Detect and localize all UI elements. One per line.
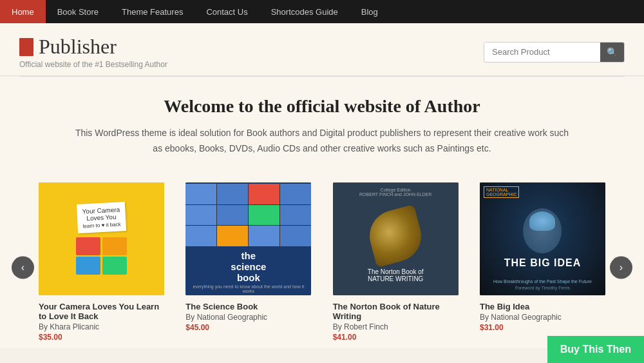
search-box: 🔍 — [484, 42, 625, 63]
book-item: NATIONALGEOGRAPHIC THE BIG IDEA How Brea… — [480, 182, 605, 332]
book-info-2: The Science Book By National Geographic … — [185, 302, 311, 332]
cover-4-author: Foreword by Timothy Ferris — [482, 286, 603, 290]
book-price-2: $45.00 — [185, 323, 311, 332]
welcome-section: Welcome to the official website of Autho… — [0, 77, 644, 170]
book-cover-1[interactable]: Your CameraLoves Youlearn to ♥ it back — [39, 182, 164, 295]
cover-2-subtitle: everything you need to know about the wo… — [185, 284, 311, 293]
book-info-3: The Norton Book of Nature Writing By Rob… — [333, 302, 459, 342]
nav-item-blog[interactable]: Blog — [350, 0, 390, 23]
book-price-1: $35.00 — [39, 333, 164, 342]
books-container: Your CameraLoves Youlearn to ♥ it back Y… — [0, 182, 644, 342]
book-author-1: By Khara Plicanic — [39, 322, 164, 331]
book-title-3: The Norton Book of Nature Writing — [333, 302, 459, 321]
cover-4-title: THE BIG IDEA — [504, 257, 582, 269]
book-cover-3[interactable]: College EditionROBERT FINCH and JOHN ELD… — [333, 182, 459, 295]
carousel-next-button[interactable]: › — [610, 256, 632, 279]
book-item: thesciencebook everything you need to kn… — [185, 182, 311, 332]
book-info-4: The Big Idea By National Geographic $31.… — [480, 302, 605, 332]
book-title-2: The Science Book — [185, 302, 311, 311]
book-cover-2[interactable]: thesciencebook everything you need to kn… — [185, 182, 311, 295]
cover-2-title: thesciencebook — [228, 246, 269, 284]
cover-3-title: The Norton Book ofNATURE WRITING — [336, 268, 456, 282]
cover-4-head — [523, 208, 562, 253]
welcome-description: This WordPress theme is ideal solution f… — [71, 126, 573, 157]
book-title-1: Your Camera Loves You Learn to Love It B… — [39, 302, 164, 321]
search-area: 🔍 — [484, 42, 625, 63]
book-item: Your CameraLoves Youlearn to ♥ it back Y… — [39, 182, 164, 342]
book-author-4: By National Geographic — [480, 313, 605, 322]
cover-4-subtitle: How Breakthroughs of the Past Shape the … — [482, 279, 603, 284]
cover-grid — [185, 184, 311, 246]
cover-3-leaf — [364, 204, 427, 268]
search-button[interactable]: 🔍 — [600, 43, 624, 62]
book-item: College EditionROBERT FINCH and JOHN ELD… — [333, 182, 459, 342]
logo-area: Publisher Official website of the #1 Bes… — [19, 35, 167, 69]
carousel-prev-button[interactable]: ‹ — [12, 256, 34, 279]
book-price-3: $41.00 — [333, 333, 459, 342]
nav-item-theme-features[interactable]: Theme Features — [110, 0, 194, 23]
book-cover-note: Your CameraLoves Youlearn to ♥ it back — [77, 202, 126, 233]
site-header: Publisher Official website of the #1 Bes… — [0, 23, 644, 76]
nav-item-shortcodes-guide[interactable]: Shortcodes Guide — [260, 0, 350, 23]
book-title-4: The Big Idea — [480, 302, 605, 311]
book-cover-photos — [76, 237, 128, 275]
logo-subtitle: Official website of the #1 Bestselling A… — [19, 60, 167, 69]
nav-item-book-store[interactable]: Book Store — [46, 0, 110, 23]
logo-row: Publisher — [19, 35, 117, 59]
cover-4-ng-logo: NATIONALGEOGRAPHIC — [484, 186, 519, 198]
book-author-3: By Robert Finch — [333, 322, 459, 331]
cover-4-brain — [529, 211, 555, 231]
cover-3-top: College EditionROBERT FINCH and JOHN ELD… — [333, 188, 459, 197]
logo-icon — [19, 38, 33, 56]
book-info-1: Your Camera Loves You Learn to Love It B… — [39, 302, 164, 342]
books-carousel: ‹ Your CameraLoves Youlearn to ♥ it back… — [0, 170, 644, 348]
search-icon: 🔍 — [607, 47, 618, 57]
search-input[interactable] — [484, 43, 600, 61]
main-nav: Home Book Store Theme Features Contact U… — [0, 0, 644, 23]
buy-banner[interactable]: Buy This Then — [547, 336, 644, 363]
nav-item-contact-us[interactable]: Contact Us — [194, 0, 259, 23]
logo-title: Publisher — [39, 35, 117, 59]
book-author-2: By National Geographic — [185, 313, 311, 322]
nav-item-home[interactable]: Home — [0, 0, 46, 23]
book-price-4: $31.00 — [480, 323, 605, 332]
book-cover-4[interactable]: NATIONALGEOGRAPHIC THE BIG IDEA How Brea… — [480, 182, 605, 295]
welcome-title: Welcome to the official website of Autho… — [39, 96, 605, 117]
